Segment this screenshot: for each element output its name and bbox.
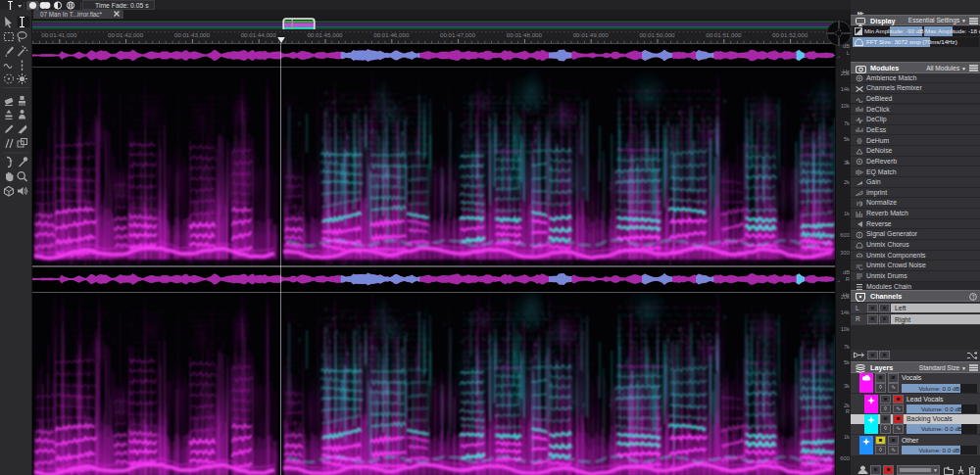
svg-text:00:01:50,000: 00:01:50,000	[639, 31, 675, 38]
svg-text:00:01:42,000: 00:01:42,000	[108, 31, 144, 38]
svg-text:00:01:47,000: 00:01:47,000	[440, 31, 476, 38]
svg-text:00:01:49,000: 00:01:49,000	[573, 31, 610, 38]
svg-text:00:01:41,000: 00:01:41,000	[41, 31, 77, 38]
svg-text:00:01:51,000: 00:01:51,000	[706, 31, 742, 38]
svg-text:00:01:52,000: 00:01:52,000	[772, 31, 808, 38]
svg-text:00:01:46,000: 00:01:46,000	[373, 31, 410, 38]
svg-text:00:01:45,000: 00:01:45,000	[307, 31, 343, 38]
svg-text:00:01:43,000: 00:01:43,000	[174, 31, 211, 38]
svg-text:00:01:48,000: 00:01:48,000	[507, 31, 543, 38]
svg-text:00:01:44,000: 00:01:44,000	[241, 31, 277, 38]
